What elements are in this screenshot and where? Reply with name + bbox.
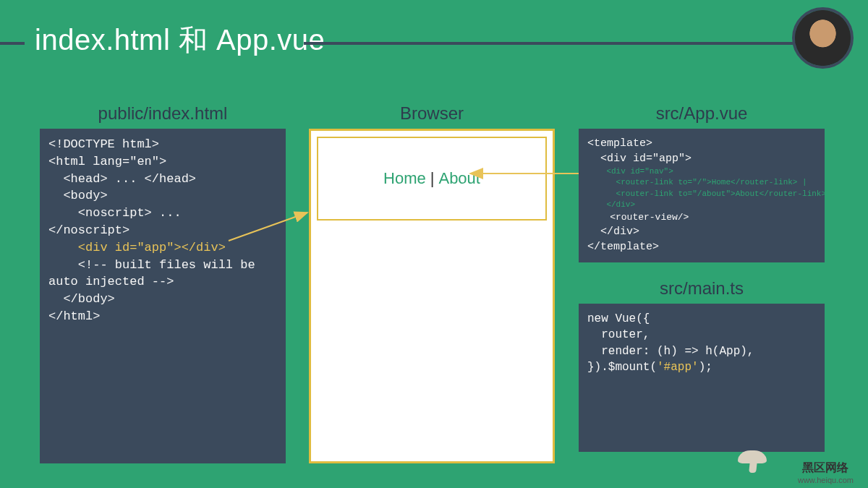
watermark: 黑区网络 www.heiqu.com	[798, 461, 854, 484]
code-line: </body>	[48, 291, 277, 308]
code-panel-main-ts: new Vue({ router, render: (h) => h(App),…	[579, 304, 825, 452]
panel-title-app-vue: src/App.vue	[579, 103, 825, 124]
panel-title-main-ts: src/main.ts	[579, 278, 825, 299]
code-line: <div id="app"></div>	[48, 239, 277, 257]
panel-title-browser: Browser	[309, 103, 555, 124]
code-line: <!DOCTYPE html>	[48, 136, 277, 153]
code-line: <router-view/>	[587, 211, 816, 224]
code-line: </template>	[587, 239, 816, 254]
code-line: <router-link to="/about">About</router-l…	[587, 189, 816, 200]
code-line: new Vue({	[587, 311, 816, 327]
code-line: render: (h) => h(App),	[587, 343, 816, 359]
code-line: auto injected -->	[48, 273, 277, 291]
code-line: </div>	[587, 224, 816, 239]
code-line: </html>	[48, 308, 277, 325]
code-line: router,	[587, 327, 816, 343]
title-line-left	[0, 42, 25, 45]
page-title: index.html 和 App.vue	[35, 20, 325, 60]
code-line: <body>	[48, 187, 277, 205]
code-line: <div id="nav">	[587, 166, 816, 177]
code-line: <router-link to="/">Home</router-link> |	[587, 177, 816, 188]
code-line: <head> ... </head>	[48, 171, 277, 188]
code-panel-index-html: <!DOCTYPE html><html lang="en"> <head> .…	[40, 129, 286, 463]
browser-link-home: Home	[383, 169, 426, 188]
code-line: <html lang="en">	[48, 153, 277, 171]
avatar	[792, 7, 854, 69]
code-line: <template>	[587, 136, 816, 151]
code-line: <!-- built files will be	[48, 257, 277, 274]
avatar-face	[795, 10, 851, 66]
title-line-right	[304, 42, 825, 45]
code-line: <div id="app">	[587, 151, 816, 166]
code-line: </div>	[587, 200, 816, 210]
code-panel-app-vue: <template> <div id="app"> <div id="nav">…	[579, 129, 825, 262]
browser-nav: Home | About	[317, 137, 547, 221]
code-line: </noscript>	[48, 222, 277, 239]
browser-panel: Home | About	[309, 129, 555, 463]
browser-separator: |	[430, 169, 435, 188]
watermark-text-2: www.heiqu.com	[798, 476, 854, 484]
code-line: <noscript> ...	[48, 205, 277, 222]
browser-link-about: About	[438, 169, 480, 188]
mushroom-icon	[738, 443, 767, 472]
watermark-text-1: 黑区网络	[798, 461, 854, 476]
panel-title-index-html: public/index.html	[40, 103, 286, 124]
code-line: }).$mount('#app');	[587, 359, 816, 375]
